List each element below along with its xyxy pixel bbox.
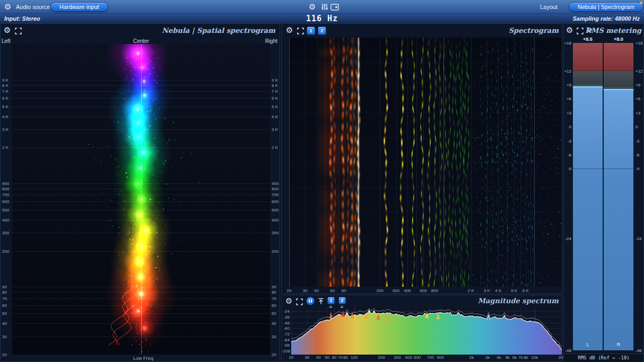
spatial-freq-label: 70 [272,296,276,301]
magnitude-trace-1-button[interactable]: 1 [327,297,335,304]
meter-segment [604,43,633,71]
spatial-freq-label: 700 [272,192,279,197]
spatial-freq-label: 300 [2,231,9,235]
spatial-freq-label: 70 [2,296,7,301]
top-bar: ⚙ Audio source Hardware input ⚙ Layout N… [0,0,644,23]
spatial-freq-label: 5 K [272,104,278,109]
magnitude-x-label: 4k [492,355,506,360]
spatial-freq-label: 9 K [2,78,8,83]
global-settings-gear-icon[interactable]: ⚙ [309,3,316,11]
pause-button[interactable] [306,297,315,305]
rms-meter-area: LR [564,43,644,350]
spectrogram-x-label: 800 [428,288,441,293]
meter-segment [573,43,603,71]
magnitude-x-label: 6k [508,355,521,360]
magnitude-x-label: 80 [338,355,352,360]
rms-scale-label: -3 [636,139,639,144]
magnitude-trace-2-button[interactable]: 2 [338,297,346,304]
spatial-freq-label: 2 K [272,145,278,150]
spatial-freq-label: 7 K [2,89,8,94]
notification-dot-icon [640,2,642,4]
spatial-freq-label: 20 [272,352,276,357]
peak-hold-reset-icon[interactable] [318,297,324,307]
magnitude-x-label: 3k [481,355,494,360]
spectrogram-x-label: 4 K [491,288,505,293]
axis-label-center: Center [125,38,157,44]
magnitude-x-label: 30 [300,355,314,360]
audio-source-gear-icon[interactable]: ⚙ [4,3,11,11]
spectrogram-x-label: 6 K [507,288,521,293]
hardware-input-button[interactable]: Hardware input [50,2,108,12]
spatial-spectrogram-display[interactable] [12,44,270,355]
spatial-freq-label: 200 [272,249,279,254]
rms-meter-l: L [573,43,603,350]
spatial-panel-title: Nebula | Spatial spectrogram [162,27,275,34]
spectrogram-x-label: 600 [416,288,430,293]
spatial-freq-label: 800 [272,187,279,191]
sliders-icon[interactable] [321,3,328,13]
magnitude-spectrum-display[interactable] [291,308,562,355]
rms-value-left: +8.5 [573,37,603,42]
spatial-freq-label: 600 [272,199,279,204]
spectrogram-display[interactable] [289,38,562,287]
spectrogram-view-1-button[interactable]: 1 [307,27,315,35]
rms-meter-r: R [604,43,633,350]
magnitude-x-label: 20 [284,355,298,360]
rms-value-right: +8.0 [604,37,633,42]
spectrogram-x-label: 400 [401,288,414,293]
magnitude-x-label: 70 [333,355,347,360]
rms-metering-panel: ⚙ ↻ RMS metering +8.5 +8.0 +18+12+9+6+30… [563,23,644,362]
rms-fullscreen-icon[interactable] [577,27,584,37]
spectrogram-settings-gear-icon[interactable]: ⚙ [286,26,293,34]
magnitude-y-label: -48 [282,321,290,325]
frequency-readout: 116 Hz [0,14,644,23]
sampling-rate-label: Sampling rate: 48000 Hz [572,15,640,22]
spatial-freq-label: 500 [2,208,9,213]
spatial-freq-label: 4 K [2,114,8,119]
spectrogram-fullscreen-icon[interactable] [297,27,304,37]
layout-preset-button[interactable]: Nebula | Spectrogram [569,2,643,12]
rms-scale-label: +9 [636,83,640,87]
spatial-freq-label: 900 [272,181,279,186]
magnitude-fullscreen-icon[interactable] [296,298,303,307]
magnitude-y-label: -36 [282,315,290,320]
magnitude-y-label: -84 [282,338,290,342]
magnitude-x-label: 50 [320,355,334,360]
axis-label-left: Left [2,38,11,44]
spatial-fullscreen-icon[interactable] [15,27,22,37]
spectrogram-x-label: 3 K [480,288,494,293]
spectrogram-view-2-button[interactable]: 2 [318,27,326,35]
magnitude-spectrum-panel: ⚙ 1 2 + + Magnitude spectrum -24-36-48-6… [281,295,562,362]
spatial-freq-label: 6 K [2,96,8,101]
spatial-freq-label: 80 [272,290,276,295]
display-icon[interactable] [330,3,339,13]
rms-scale-label: -24 [636,236,642,241]
spectrogram-x-label: 20 [282,288,296,293]
rms-settings-gear-icon[interactable]: ⚙ [566,26,573,34]
spectrogram-x-label: 30 [298,288,312,293]
magnitude-x-label: 60 [327,355,341,360]
magnitude-y-label: -108 [282,349,290,354]
rms-scale-label: -6 [636,153,639,157]
channel-label: L [573,342,603,347]
rms-scale-label: +3 [636,111,640,116]
spatial-spectrogram-panel: ⚙ Nebula | Spatial spectrogram Left Cent… [0,23,280,362]
low-freq-label: Low Freq. [128,356,160,361]
spatial-freq-label: 40 [2,321,7,326]
spectrogram-x-label: 2 K [464,288,478,293]
spatial-settings-gear-icon[interactable]: ⚙ [4,26,11,34]
meter-segment [573,169,603,169]
spectrogram-x-label: 60 [326,288,340,293]
magnitude-x-label: 5k [501,355,515,360]
magnitude-y-label: -72 [282,332,290,337]
rms-scale-right: +18+12+9+6+30-3-6-9-24-48 [635,43,644,350]
meter-segment [604,71,633,89]
rms-scale-label: +6 [636,96,640,101]
meter-segment [604,90,633,350]
magnitude-settings-gear-icon[interactable]: ⚙ [285,297,292,305]
spatial-freq-label: 3 K [2,127,8,132]
spatial-freq-label: 7 K [272,89,278,94]
rms-scale-label: -48 [636,348,642,353]
spatial-freq-label: 200 [2,249,9,254]
spatial-freq-label: 40 [272,321,276,326]
